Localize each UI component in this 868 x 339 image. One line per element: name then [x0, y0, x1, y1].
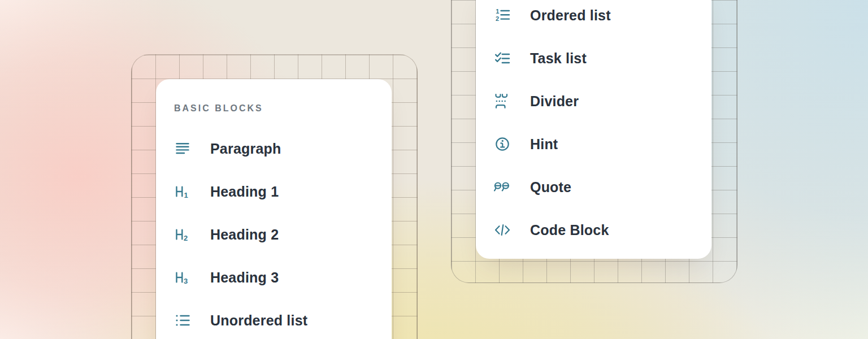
hint-icon — [494, 136, 511, 153]
svg-text:2: 2 — [496, 15, 499, 22]
menu-item-heading-3[interactable]: 3 Heading 3 — [174, 264, 374, 290]
menu-item-hint[interactable]: Hint — [494, 131, 693, 157]
svg-text:2: 2 — [184, 234, 188, 242]
menu-item-unordered-list[interactable]: Unordered list — [174, 307, 374, 333]
menu-item-label: Unordered list — [210, 312, 307, 329]
menu-item-label: Ordered list — [530, 7, 611, 24]
code-block-icon — [494, 221, 511, 238]
menu-item-label: Heading 2 — [210, 227, 279, 243]
menu-item-label: Paragraph — [210, 141, 281, 157]
menu-item-heading-1[interactable]: 1 Heading 1 — [174, 179, 374, 205]
unordered-list-icon — [174, 312, 191, 329]
menu-item-label: Quote — [530, 179, 571, 195]
menu-item-ordered-list[interactable]: 12 Ordered list — [494, 2, 693, 28]
task-list-icon — [494, 50, 511, 67]
menu-item-label: Code Block — [530, 222, 609, 238]
menu-item-paragraph[interactable]: Paragraph — [174, 136, 374, 162]
menu-item-code-block[interactable]: Code Block — [494, 217, 693, 243]
menu-item-label: Heading 1 — [210, 184, 279, 200]
heading-3-icon: 3 — [174, 269, 191, 286]
heading-1-icon: 1 — [174, 183, 191, 200]
menu-item-quote[interactable]: Quote — [494, 174, 693, 200]
menu-section-title: BASIC BLOCKS — [174, 99, 374, 118]
menu-item-label: Hint — [530, 136, 558, 153]
svg-text:3: 3 — [184, 277, 188, 285]
menu-item-heading-2[interactable]: 2 Heading 2 — [174, 221, 374, 247]
divider-icon — [494, 93, 511, 110]
blocks-menu-continued: 12 Ordered list Task list Divider Hint — [476, 0, 711, 259]
page-background: BASIC BLOCKS Paragraph 1 Heading 1 2 Hea… — [0, 0, 868, 339]
menu-item-divider[interactable]: Divider — [494, 88, 693, 114]
menu-item-label: Heading 3 — [210, 270, 279, 286]
basic-blocks-menu: BASIC BLOCKS Paragraph 1 Heading 1 2 Hea… — [156, 79, 392, 339]
paragraph-icon — [174, 140, 191, 157]
svg-text:1: 1 — [184, 191, 188, 199]
menu-item-label: Divider — [530, 93, 579, 110]
menu-item-task-list[interactable]: Task list — [494, 45, 693, 71]
svg-text:1: 1 — [496, 8, 499, 15]
menu-item-label: Task list — [530, 50, 587, 67]
heading-2-icon: 2 — [174, 226, 191, 243]
quote-icon — [494, 179, 511, 195]
ordered-list-icon: 12 — [494, 7, 511, 24]
